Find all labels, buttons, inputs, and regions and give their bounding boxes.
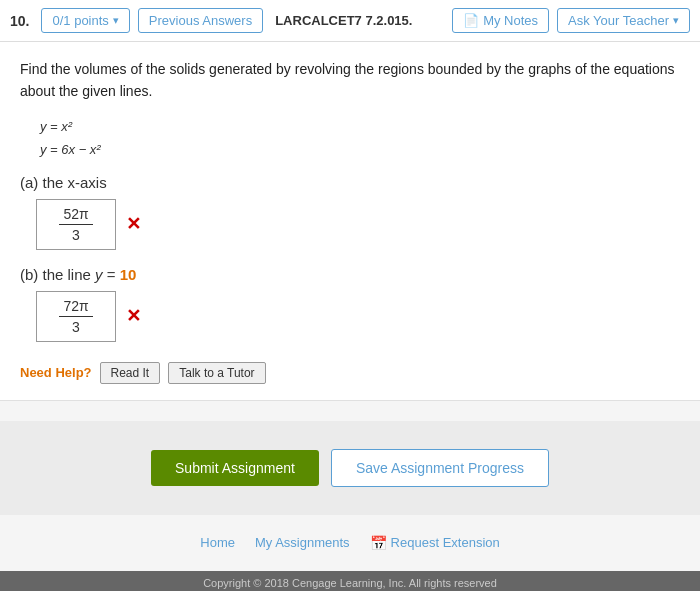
home-link[interactable]: Home <box>200 535 235 550</box>
toolbar-right: 📄 My Notes Ask Your Teacher <box>452 8 690 33</box>
part-b-numerator: 72π <box>59 298 92 317</box>
points-button[interactable]: 0/1 points <box>41 8 129 33</box>
request-extension-link[interactable]: 📅 Request Extension <box>370 535 500 551</box>
question-number: 10. <box>10 13 29 29</box>
y-value: 10 <box>120 266 137 283</box>
submit-assignment-button[interactable]: Submit Assignment <box>151 450 319 486</box>
equations: y = x² y = 6x − x² <box>40 115 680 162</box>
part-a-label: (a) the x-axis <box>20 174 680 191</box>
part-a-fraction: 52π 3 <box>49 206 103 243</box>
need-help-row: Need Help? Read It Talk to a Tutor <box>20 362 680 384</box>
submit-section: Submit Assignment Save Assignment Progre… <box>0 421 700 515</box>
question-toolbar: 10. 0/1 points Previous Answers LARCALCE… <box>0 0 700 42</box>
notes-icon: 📄 <box>463 13 479 28</box>
part-b-fraction: 72π 3 <box>49 298 103 335</box>
calendar-icon: 📅 <box>370 535 387 551</box>
question-text: Find the volumes of the solids generated… <box>20 58 680 103</box>
equation-2: y = 6x − x² <box>40 138 680 161</box>
part-a-answer-box[interactable]: 52π 3 <box>36 199 116 250</box>
part-a: (a) the x-axis 52π 3 ✕ <box>20 174 680 250</box>
part-b-answer-row: 72π 3 ✕ <box>36 291 680 342</box>
part-a-answer-row: 52π 3 ✕ <box>36 199 680 250</box>
part-b-answer-box[interactable]: 72π 3 <box>36 291 116 342</box>
part-b-label: (b) the line y = 10 <box>20 266 680 283</box>
need-help-label: Need Help? <box>20 365 92 380</box>
copyright-bar: Copyright © 2018 Cengage Learning, Inc. … <box>0 571 700 591</box>
part-b-denominator: 3 <box>68 317 84 335</box>
equation-1: y = x² <box>40 115 680 138</box>
question-content: Find the volumes of the solids generated… <box>0 42 700 401</box>
problem-code: LARCALCET7 7.2.015. <box>275 13 412 28</box>
wrong-icon-b: ✕ <box>126 305 141 327</box>
wrong-icon-a: ✕ <box>126 213 141 235</box>
footer-links: Home My Assignments 📅 Request Extension <box>0 515 700 571</box>
save-progress-button[interactable]: Save Assignment Progress <box>331 449 549 487</box>
read-it-button[interactable]: Read It <box>100 362 161 384</box>
talk-tutor-button[interactable]: Talk to a Tutor <box>168 362 265 384</box>
my-assignments-link[interactable]: My Assignments <box>255 535 350 550</box>
prev-answers-button[interactable]: Previous Answers <box>138 8 263 33</box>
ask-teacher-button[interactable]: Ask Your Teacher <box>557 8 690 33</box>
part-b: (b) the line y = 10 72π 3 ✕ <box>20 266 680 342</box>
part-a-denominator: 3 <box>68 225 84 243</box>
copyright-text: Copyright © 2018 Cengage Learning, Inc. … <box>203 577 497 589</box>
my-notes-button[interactable]: 📄 My Notes <box>452 8 549 33</box>
part-a-numerator: 52π <box>59 206 92 225</box>
